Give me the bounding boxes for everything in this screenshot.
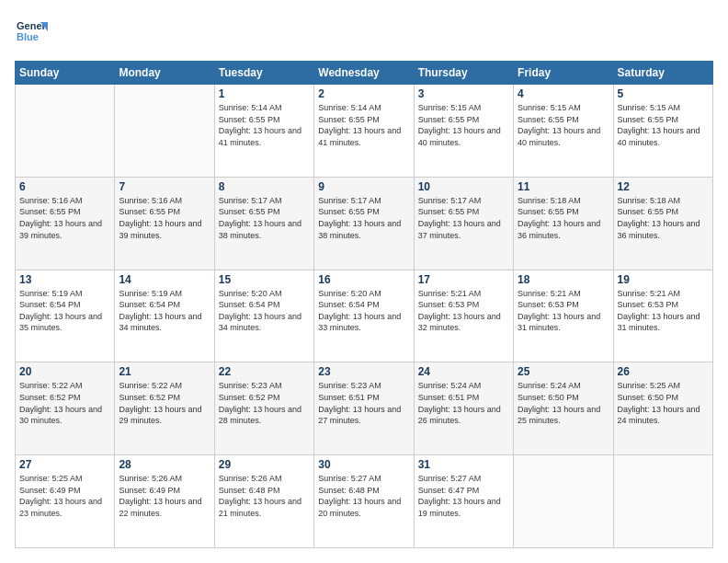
calendar-header-sunday: Sunday (16, 62, 115, 85)
day-number: 8 (219, 180, 310, 193)
day-info: Sunrise: 5:22 AMSunset: 6:52 PMDaylight:… (19, 380, 110, 426)
logo-icon: General Blue (15, 15, 48, 48)
day-info: Sunrise: 5:23 AMSunset: 6:51 PMDaylight:… (318, 380, 409, 426)
calendar-week-2: 6Sunrise: 5:16 AMSunset: 6:55 PMDaylight… (16, 177, 713, 270)
day-number: 27 (19, 458, 110, 471)
day-number: 21 (119, 365, 210, 378)
day-info: Sunrise: 5:18 AMSunset: 6:55 PMDaylight:… (518, 195, 609, 241)
calendar-cell: 4Sunrise: 5:15 AMSunset: 6:55 PMDaylight… (514, 85, 613, 178)
day-info: Sunrise: 5:19 AMSunset: 6:54 PMDaylight:… (19, 288, 110, 334)
day-number: 19 (618, 273, 709, 286)
calendar-cell: 21Sunrise: 5:22 AMSunset: 6:52 PMDayligh… (115, 362, 214, 455)
calendar-header-row: SundayMondayTuesdayWednesdayThursdayFrid… (16, 62, 713, 85)
calendar-cell: 23Sunrise: 5:23 AMSunset: 6:51 PMDayligh… (314, 362, 414, 455)
calendar-cell: 27Sunrise: 5:25 AMSunset: 6:49 PMDayligh… (16, 455, 115, 548)
calendar-header-saturday: Saturday (613, 62, 712, 85)
calendar-cell (115, 85, 214, 178)
day-number: 1 (219, 87, 310, 100)
day-info: Sunrise: 5:15 AMSunset: 6:55 PMDaylight:… (618, 102, 709, 148)
day-number: 5 (618, 87, 709, 100)
day-info: Sunrise: 5:17 AMSunset: 6:55 PMDaylight:… (318, 195, 409, 241)
day-info: Sunrise: 5:27 AMSunset: 6:47 PMDaylight:… (418, 473, 509, 519)
calendar-cell: 22Sunrise: 5:23 AMSunset: 6:52 PMDayligh… (214, 362, 313, 455)
calendar-header-friday: Friday (514, 62, 613, 85)
calendar-week-3: 13Sunrise: 5:19 AMSunset: 6:54 PMDayligh… (16, 270, 713, 362)
day-info: Sunrise: 5:20 AMSunset: 6:54 PMDaylight:… (219, 288, 310, 334)
day-info: Sunrise: 5:26 AMSunset: 6:48 PMDaylight:… (219, 473, 310, 519)
day-info: Sunrise: 5:25 AMSunset: 6:50 PMDaylight:… (618, 380, 709, 426)
calendar-cell: 16Sunrise: 5:20 AMSunset: 6:54 PMDayligh… (314, 270, 414, 362)
day-number: 25 (518, 365, 609, 378)
calendar-cell: 3Sunrise: 5:15 AMSunset: 6:55 PMDaylight… (414, 85, 513, 178)
day-info: Sunrise: 5:17 AMSunset: 6:55 PMDaylight:… (219, 195, 310, 241)
day-number: 18 (518, 273, 609, 286)
calendar-cell: 10Sunrise: 5:17 AMSunset: 6:55 PMDayligh… (414, 177, 513, 270)
day-number: 3 (418, 87, 509, 100)
day-number: 26 (618, 365, 709, 378)
day-number: 12 (618, 180, 709, 193)
day-number: 11 (518, 180, 609, 193)
calendar-cell: 15Sunrise: 5:20 AMSunset: 6:54 PMDayligh… (214, 270, 313, 362)
day-number: 7 (119, 180, 210, 193)
day-info: Sunrise: 5:16 AMSunset: 6:55 PMDaylight:… (19, 195, 110, 241)
day-number: 31 (418, 458, 509, 471)
calendar-cell: 7Sunrise: 5:16 AMSunset: 6:55 PMDaylight… (115, 177, 214, 270)
calendar-cell (613, 455, 712, 548)
day-number: 14 (119, 273, 210, 286)
page: General Blue SundayMondayTuesdayWednesda… (0, 0, 728, 563)
day-number: 4 (518, 87, 609, 100)
calendar-cell: 31Sunrise: 5:27 AMSunset: 6:47 PMDayligh… (414, 455, 513, 548)
header: General Blue (15, 15, 713, 52)
day-number: 6 (19, 180, 110, 193)
calendar-week-1: 1Sunrise: 5:14 AMSunset: 6:55 PMDaylight… (16, 85, 713, 178)
day-number: 24 (418, 365, 509, 378)
calendar-cell: 19Sunrise: 5:21 AMSunset: 6:53 PMDayligh… (613, 270, 712, 362)
day-info: Sunrise: 5:24 AMSunset: 6:50 PMDaylight:… (518, 380, 609, 426)
day-info: Sunrise: 5:16 AMSunset: 6:55 PMDaylight:… (119, 195, 210, 241)
calendar-header-wednesday: Wednesday (314, 62, 414, 85)
svg-text:Blue: Blue (17, 31, 39, 42)
day-number: 2 (318, 87, 409, 100)
calendar-cell: 17Sunrise: 5:21 AMSunset: 6:53 PMDayligh… (414, 270, 513, 362)
day-info: Sunrise: 5:18 AMSunset: 6:55 PMDaylight:… (618, 195, 709, 241)
day-number: 17 (418, 273, 509, 286)
svg-text:General: General (17, 20, 48, 31)
day-info: Sunrise: 5:27 AMSunset: 6:48 PMDaylight:… (318, 473, 409, 519)
calendar-cell: 26Sunrise: 5:25 AMSunset: 6:50 PMDayligh… (613, 362, 712, 455)
day-number: 30 (318, 458, 409, 471)
day-info: Sunrise: 5:25 AMSunset: 6:49 PMDaylight:… (19, 473, 110, 519)
day-info: Sunrise: 5:22 AMSunset: 6:52 PMDaylight:… (119, 380, 210, 426)
day-info: Sunrise: 5:26 AMSunset: 6:49 PMDaylight:… (119, 473, 210, 519)
day-info: Sunrise: 5:15 AMSunset: 6:55 PMDaylight:… (518, 102, 609, 148)
day-info: Sunrise: 5:21 AMSunset: 6:53 PMDaylight:… (418, 288, 509, 334)
day-info: Sunrise: 5:14 AMSunset: 6:55 PMDaylight:… (318, 102, 409, 148)
calendar-cell: 1Sunrise: 5:14 AMSunset: 6:55 PMDaylight… (214, 85, 313, 178)
calendar-cell (514, 455, 613, 548)
day-number: 9 (318, 180, 409, 193)
calendar-cell: 18Sunrise: 5:21 AMSunset: 6:53 PMDayligh… (514, 270, 613, 362)
calendar-header-tuesday: Tuesday (214, 62, 313, 85)
calendar-cell (16, 85, 115, 178)
day-info: Sunrise: 5:19 AMSunset: 6:54 PMDaylight:… (119, 288, 210, 334)
calendar-header-thursday: Thursday (414, 62, 513, 85)
calendar-table: SundayMondayTuesdayWednesdayThursdayFrid… (15, 61, 713, 548)
calendar-cell: 6Sunrise: 5:16 AMSunset: 6:55 PMDaylight… (16, 177, 115, 270)
calendar-week-5: 27Sunrise: 5:25 AMSunset: 6:49 PMDayligh… (16, 455, 713, 548)
day-number: 13 (19, 273, 110, 286)
calendar-cell: 13Sunrise: 5:19 AMSunset: 6:54 PMDayligh… (16, 270, 115, 362)
day-number: 20 (19, 365, 110, 378)
day-info: Sunrise: 5:20 AMSunset: 6:54 PMDaylight:… (318, 288, 409, 334)
day-info: Sunrise: 5:15 AMSunset: 6:55 PMDaylight:… (418, 102, 509, 148)
day-number: 22 (219, 365, 310, 378)
day-number: 15 (219, 273, 310, 286)
calendar-header-monday: Monday (115, 62, 214, 85)
day-info: Sunrise: 5:21 AMSunset: 6:53 PMDaylight:… (518, 288, 609, 334)
day-info: Sunrise: 5:17 AMSunset: 6:55 PMDaylight:… (418, 195, 509, 241)
calendar-cell: 2Sunrise: 5:14 AMSunset: 6:55 PMDaylight… (314, 85, 414, 178)
calendar-cell: 8Sunrise: 5:17 AMSunset: 6:55 PMDaylight… (214, 177, 313, 270)
calendar-cell: 25Sunrise: 5:24 AMSunset: 6:50 PMDayligh… (514, 362, 613, 455)
calendar-cell: 30Sunrise: 5:27 AMSunset: 6:48 PMDayligh… (314, 455, 414, 548)
logo: General Blue (15, 15, 48, 52)
calendar-week-4: 20Sunrise: 5:22 AMSunset: 6:52 PMDayligh… (16, 362, 713, 455)
day-number: 28 (119, 458, 210, 471)
